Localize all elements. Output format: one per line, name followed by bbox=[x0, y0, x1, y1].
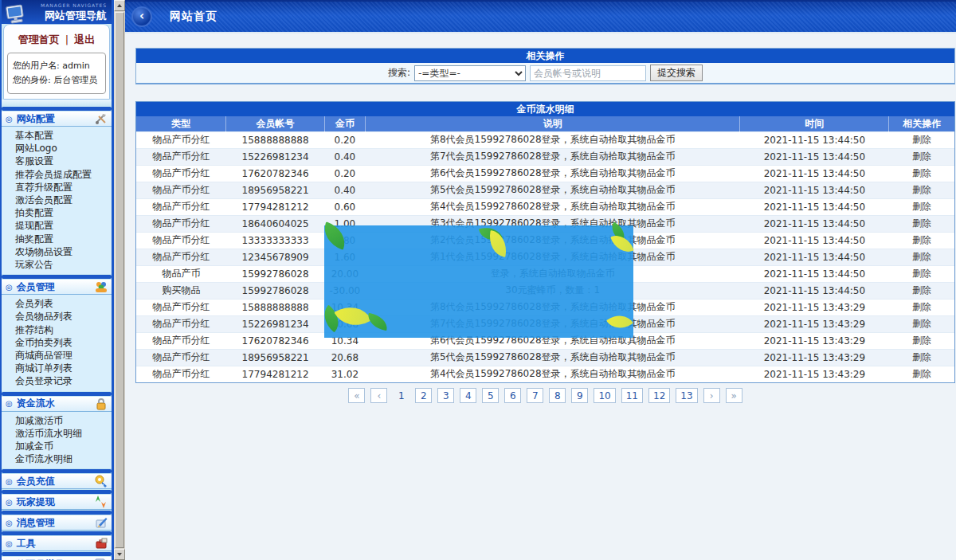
sidebar-item[interactable]: 客服设置 bbox=[2, 155, 112, 167]
cell-account: 17794281212 bbox=[226, 366, 324, 382]
sidebar-item[interactable]: 网站Logo bbox=[2, 142, 112, 155]
pagination-button[interactable]: 11 bbox=[621, 388, 643, 403]
delete-link[interactable]: 删除 bbox=[912, 184, 931, 195]
sidebar-item[interactable]: 拍卖配置 bbox=[2, 206, 112, 219]
role-value: 后台管理员 bbox=[53, 75, 97, 85]
submit-search-button[interactable]: 提交搜索 bbox=[650, 65, 703, 81]
pagination-button[interactable]: « bbox=[348, 388, 365, 403]
pagination-button[interactable]: 12 bbox=[648, 388, 670, 403]
pagination-button[interactable]: 5 bbox=[482, 388, 499, 403]
delete-link[interactable]: 删除 bbox=[912, 335, 931, 346]
type-select[interactable]: -=类型=- bbox=[414, 65, 526, 81]
back-button[interactable]: ‹ bbox=[131, 6, 152, 27]
sidebar-item[interactable]: 基本配置 bbox=[2, 129, 112, 142]
table-row: 物品产币分红177942812120.60第4代会员15992786028登录，… bbox=[136, 198, 954, 215]
username-line: 您的用户名: admin bbox=[13, 59, 100, 73]
sidebar-item[interactable]: 农场物品设置 bbox=[2, 245, 112, 258]
delete-link[interactable]: 删除 bbox=[912, 268, 931, 279]
delete-link[interactable]: 删除 bbox=[912, 234, 931, 245]
pagination-button[interactable]: 6 bbox=[504, 388, 521, 403]
sidebar-item[interactable]: 推荐结构 bbox=[2, 323, 112, 336]
cell-operations: 删除 bbox=[889, 282, 954, 299]
sidebar-section-header-6[interactable]: ◎工具 bbox=[2, 536, 112, 551]
section-bullet-icon: ◎ bbox=[6, 115, 13, 123]
section-bullet-icon: ◎ bbox=[6, 498, 13, 507]
sidebar-section-items: 加减激活币激活币流水明细加减金币金币流水明细 bbox=[2, 412, 112, 469]
delete-link[interactable]: 删除 bbox=[912, 167, 931, 178]
sidebar-item[interactable]: 加减激活币 bbox=[2, 414, 112, 427]
sidebar-item[interactable]: 会员登录记录 bbox=[2, 374, 112, 387]
sidebar-section-header-0[interactable]: ◎网站配置 bbox=[2, 112, 112, 127]
sidebar-section-header-4[interactable]: ◎玩家提现 bbox=[2, 495, 112, 510]
delete-link[interactable]: 删除 bbox=[912, 251, 931, 262]
admin-home-link[interactable]: 管理首页 bbox=[18, 33, 60, 45]
sidebar-section-header-5[interactable]: ◎消息管理 bbox=[2, 515, 112, 531]
cell-coin: 0.60 bbox=[324, 198, 365, 215]
sidebar-item[interactable]: 金币流水明细 bbox=[2, 452, 112, 465]
cell-type: 物品产币分红 bbox=[136, 232, 226, 249]
cell-operations: 删除 bbox=[889, 366, 954, 382]
cell-coin: 0.20 bbox=[324, 131, 365, 148]
delete-link[interactable]: 删除 bbox=[912, 368, 931, 379]
sidebar-item[interactable]: 商城订单列表 bbox=[2, 362, 112, 374]
section-separator bbox=[2, 511, 112, 515]
sidebar-section-header-2[interactable]: ◎资金流水 bbox=[2, 397, 112, 412]
cell-time: 2021-11-15 13:44:50 bbox=[740, 282, 889, 299]
leaf-icon bbox=[606, 309, 633, 335]
delete-link[interactable]: 删除 bbox=[912, 217, 931, 229]
delete-link[interactable]: 删除 bbox=[912, 151, 931, 162]
sidebar-item[interactable]: 激活币流水明细 bbox=[2, 427, 112, 440]
sidebar-item[interactable]: 商城商品管理 bbox=[2, 349, 112, 362]
cell-account: 15226981234 bbox=[226, 148, 324, 165]
delete-link[interactable]: 删除 bbox=[912, 201, 931, 212]
cell-type: 物品产币分红 bbox=[136, 332, 226, 349]
sidebar-section-header-7[interactable]: ◎管理员帐号i bbox=[2, 557, 112, 560]
sidebar-item[interactable]: 提现配置 bbox=[2, 219, 112, 232]
pagination-button[interactable]: » bbox=[726, 388, 742, 403]
logout-link[interactable]: 退出 bbox=[74, 33, 95, 45]
page-title: 网站首页 bbox=[170, 10, 217, 24]
sidebar-item[interactable]: 加减金币 bbox=[2, 440, 112, 452]
section-title: 会员管理 bbox=[17, 280, 95, 294]
pagination-button[interactable]: 3 bbox=[437, 388, 454, 403]
pagination-button[interactable]: 7 bbox=[527, 388, 543, 403]
scrollbar-thumb[interactable] bbox=[115, 12, 124, 548]
sidebar-item[interactable]: 会员列表 bbox=[2, 297, 112, 310]
cell-type: 物品产币分红 bbox=[136, 249, 226, 265]
pagination-button[interactable]: 4 bbox=[460, 388, 476, 403]
pagination-button[interactable]: 8 bbox=[549, 388, 566, 403]
delete-link[interactable]: 删除 bbox=[912, 134, 931, 145]
sidebar-section-header-1[interactable]: ◎会员管理 bbox=[2, 280, 112, 295]
search-input[interactable] bbox=[530, 65, 646, 81]
delete-link[interactable]: 删除 bbox=[912, 318, 931, 329]
pagination-button[interactable]: ‹ bbox=[370, 388, 387, 403]
table-row: 物品产币分红1779428121231.02第4代会员15992786028登录… bbox=[136, 366, 954, 382]
scroll-up-button[interactable] bbox=[114, 0, 125, 11]
sidebar-item[interactable]: 金币拍卖列表 bbox=[2, 336, 112, 349]
pagination: «‹12345678910111213›» bbox=[135, 388, 955, 403]
sidebar-filler bbox=[2, 100, 112, 106]
cell-type: 物品产币分红 bbox=[136, 299, 226, 315]
pagination-button[interactable]: 2 bbox=[415, 388, 432, 403]
scroll-down-button[interactable] bbox=[114, 549, 125, 560]
sidebar-item[interactable]: 抽奖配置 bbox=[2, 233, 112, 245]
delete-link[interactable]: 删除 bbox=[912, 301, 931, 312]
cell-account: 13333333333 bbox=[226, 232, 324, 249]
delete-link[interactable]: 删除 bbox=[912, 351, 931, 362]
cell-type: 物品产币分红 bbox=[136, 165, 226, 182]
sidebar-section-header-3[interactable]: ◎会员充值 bbox=[2, 474, 112, 489]
sidebar-item[interactable]: 激活会员配置 bbox=[2, 194, 112, 206]
sidebar-item[interactable]: 玩家公告 bbox=[2, 258, 112, 271]
sidebar-scrollbar[interactable] bbox=[114, 0, 125, 560]
pagination-button[interactable]: 13 bbox=[676, 388, 697, 403]
sidebar-item[interactable]: 直荐升级配置 bbox=[2, 181, 112, 194]
watermark-overlay bbox=[324, 225, 633, 338]
pagination-button[interactable]: › bbox=[703, 388, 720, 403]
cell-desc: 第6代会员15992786028登录，系统自动拾取其物品金币 bbox=[366, 165, 740, 182]
tools-icon bbox=[95, 112, 108, 125]
sidebar-item[interactable]: 会员物品列表 bbox=[2, 310, 112, 323]
delete-link[interactable]: 删除 bbox=[912, 284, 931, 296]
pagination-button[interactable]: 10 bbox=[594, 388, 615, 403]
pagination-button[interactable]: 9 bbox=[571, 388, 588, 403]
sidebar-item[interactable]: 推荐会员提成配置 bbox=[2, 168, 112, 181]
